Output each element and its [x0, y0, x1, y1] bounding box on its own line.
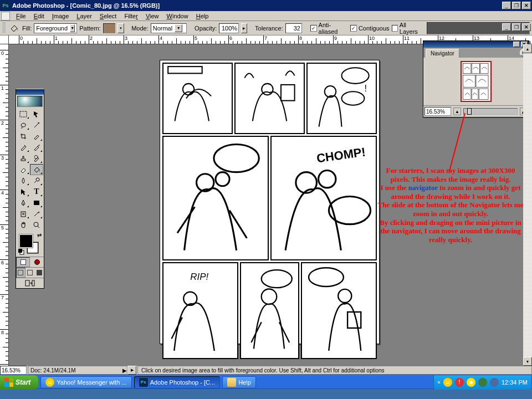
navigator-thumbnail[interactable] [461, 61, 492, 102]
taskbar-item-yahoo[interactable]: ☺ Yahoo! Messenger with ... [40, 376, 131, 388]
opacity-field[interactable]: 100% [219, 23, 239, 33]
antialiased-checkbox[interactable]: ✓ Anti-aliased [310, 22, 348, 35]
swap-colors-icon[interactable]: ⇄ [37, 232, 42, 238]
eyedropper-tool[interactable] [30, 208, 43, 219]
vertical-scrollbar[interactable]: ▲ ▼ [523, 44, 532, 366]
document-canvas[interactable]: ! CHOMP! RIP! [160, 60, 380, 344]
slice-tool[interactable] [30, 131, 43, 142]
options-grip[interactable] [2, 23, 6, 34]
pen-tool[interactable] [17, 197, 30, 208]
photoshop-logo-strip [17, 96, 43, 107]
menu-layer[interactable]: Layer [73, 12, 96, 20]
foreground-color-swatch[interactable] [19, 234, 33, 248]
vertical-ruler[interactable]: 012345678910 [0, 44, 9, 375]
move-tool[interactable] [30, 109, 43, 120]
paint-bucket-tool[interactable] [30, 164, 43, 175]
stamp-tool[interactable] [17, 153, 30, 164]
doc-restore-button[interactable]: ❐ [512, 23, 521, 31]
comic-panel: ! [306, 63, 377, 134]
taskbar-item-photoshop[interactable]: Ps Adobe Photoshop - [C... [134, 376, 220, 388]
jump-to-imageready-button[interactable] [16, 278, 44, 288]
tray-icon[interactable] [490, 378, 499, 387]
navigator-panel[interactable]: _ ✕ Navigator ▶ 16.53% ▲ ▲ [423, 40, 529, 117]
blur-tool[interactable] [17, 175, 30, 186]
navigator-minimize[interactable]: _ [513, 42, 520, 47]
all-layers-label: All Layers [400, 22, 424, 35]
standard-screen-button[interactable] [16, 268, 25, 278]
navigator-zoom-slider[interactable] [463, 108, 518, 115]
opacity-arrow[interactable]: ▶ [241, 23, 247, 33]
zoom-out-icon[interactable]: ▲ [453, 108, 461, 115]
navigator-titlebar[interactable]: _ ✕ [423, 41, 529, 48]
type-tool[interactable]: T [30, 186, 43, 197]
tool-palette[interactable]: T ⇄ [16, 89, 44, 289]
contiguous-label: Contiguous [359, 25, 390, 32]
scroll-up-button[interactable]: ▲ [523, 44, 532, 53]
menu-filter[interactable]: Filter [120, 12, 141, 20]
taskbar-item-help[interactable]: Help [222, 376, 256, 388]
svg-point-24 [36, 178, 39, 181]
lasso-tool[interactable] [17, 120, 30, 131]
document-icon[interactable] [1, 12, 10, 21]
contiguous-checkbox[interactable]: ✓ Contiguous [350, 25, 390, 32]
hint-arrow[interactable]: ▶ [127, 366, 136, 375]
tolerance-label: Tolerance: [255, 25, 283, 32]
start-button[interactable]: Start [0, 375, 38, 390]
comic-panel [234, 63, 305, 134]
notes-tool[interactable] [17, 208, 30, 219]
crop-tool[interactable] [17, 131, 30, 142]
tray-icon[interactable] [478, 378, 487, 387]
default-colors-icon[interactable] [18, 249, 25, 255]
doc-minimize-button[interactable]: _ [502, 23, 511, 31]
pattern-label: Pattern: [79, 25, 101, 32]
svg-rect-33 [472, 64, 479, 74]
tray-icon[interactable]: ☻ [467, 378, 475, 387]
menu-file[interactable]: File [12, 12, 30, 20]
maximize-button[interactable]: ❐ [512, 2, 521, 9]
eraser-tool[interactable] [17, 164, 30, 175]
all-layers-checkbox[interactable]: All Layers [392, 22, 424, 35]
svg-rect-22 [20, 111, 27, 117]
history-brush-tool[interactable] [30, 153, 43, 164]
menu-help[interactable]: Help [192, 12, 213, 20]
menu-select[interactable]: Select [96, 12, 121, 20]
status-hint: Click on desired image area to fill with… [137, 366, 532, 375]
zoom-status-field[interactable]: 16.53% [0, 366, 27, 375]
menu-edit[interactable]: Edit [30, 12, 48, 20]
marquee-tool[interactable] [17, 109, 30, 120]
pattern-picker-arrow[interactable]: ▼ [117, 23, 124, 33]
close-button[interactable]: ✕ [522, 2, 531, 9]
minimize-button[interactable]: _ [502, 2, 511, 9]
tray-expand-icon[interactable]: « [437, 379, 441, 385]
fullscreen-button[interactable] [34, 268, 44, 278]
menu-image[interactable]: Image [48, 12, 73, 20]
standard-mode-button[interactable] [16, 257, 30, 267]
dodge-tool[interactable] [30, 175, 43, 186]
magic-wand-tool[interactable] [30, 120, 43, 131]
tolerance-field[interactable]: 32 [285, 23, 302, 33]
ruler-origin[interactable] [0, 35, 9, 44]
tray-icon[interactable]: ! [455, 378, 464, 387]
shape-tool[interactable] [30, 197, 43, 208]
tray-clock[interactable]: 12:34 PM [502, 379, 528, 386]
mode-select[interactable]: Normal ▼ [151, 23, 187, 33]
doc-close-button[interactable]: ✕ [522, 23, 531, 31]
doc-size-field[interactable]: Doc: 24.1M/24.1M▶ [28, 366, 127, 375]
scroll-down-button[interactable]: ▼ [523, 357, 532, 366]
quickmask-mode-button[interactable] [30, 257, 44, 267]
menu-window[interactable]: Window [163, 12, 192, 20]
tray-icon[interactable]: ☺ [443, 378, 452, 387]
brush-tool[interactable] [30, 142, 43, 153]
pattern-swatch[interactable] [103, 23, 116, 33]
hand-tool[interactable] [17, 219, 30, 231]
zoom-tool[interactable] [30, 219, 43, 231]
tool-palette-titlebar[interactable] [16, 89, 44, 95]
navigator-tab[interactable]: Navigator [426, 49, 459, 58]
svg-rect-25 [34, 201, 39, 205]
path-select-tool[interactable] [17, 186, 30, 197]
healing-brush-tool[interactable] [17, 142, 30, 153]
fill-select[interactable]: Foreground ▼ [34, 23, 77, 33]
fullscreen-menus-button[interactable] [25, 268, 35, 278]
menu-view[interactable]: View [142, 12, 163, 20]
navigator-zoom-field[interactable]: 16.53% [424, 107, 451, 116]
